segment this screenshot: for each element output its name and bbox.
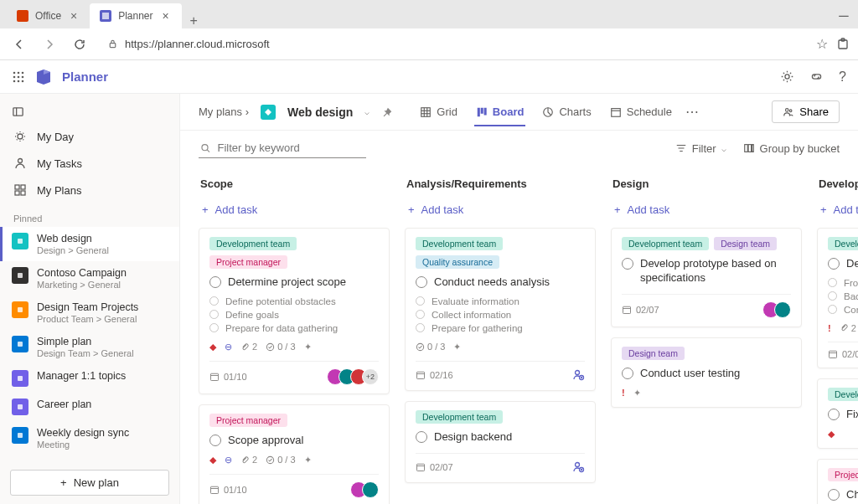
card-label[interactable]: Development team bbox=[416, 237, 503, 250]
card-label[interactable]: Development team bbox=[209, 237, 297, 250]
subtask[interactable]: Evaluate information bbox=[416, 295, 585, 308]
assignees[interactable] bbox=[768, 301, 791, 318]
add-task-button[interactable]: +Add task bbox=[817, 198, 858, 228]
assignees[interactable] bbox=[355, 481, 379, 498]
card-label[interactable]: Quality assurance bbox=[416, 255, 499, 269]
filter-input[interactable] bbox=[199, 138, 366, 158]
sidebar-collapse-icon[interactable] bbox=[0, 100, 179, 123]
card-label[interactable]: Development team bbox=[416, 410, 503, 424]
more-icon[interactable]: ⋯ bbox=[685, 104, 699, 120]
complete-circle-icon[interactable] bbox=[828, 489, 840, 501]
card-label[interactable]: Development team bbox=[828, 388, 858, 401]
task-card[interactable]: Development teamQuality assuranceConduct… bbox=[405, 228, 596, 391]
filter-button[interactable]: Filter⌵ bbox=[675, 142, 726, 155]
groupby-button[interactable]: Group by bucket bbox=[743, 142, 840, 155]
settings-icon[interactable] bbox=[780, 69, 794, 85]
subtask[interactable]: Prepare for gathering bbox=[416, 321, 585, 335]
sidebar-item-myplans[interactable]: My Plans bbox=[0, 177, 179, 203]
filter-field[interactable] bbox=[218, 141, 364, 154]
plan-name[interactable]: Web design bbox=[287, 105, 353, 119]
complete-circle-icon[interactable] bbox=[209, 296, 219, 306]
subtask[interactable]: Collect information bbox=[416, 308, 585, 321]
help-icon[interactable]: ? bbox=[839, 69, 846, 85]
complete-circle-icon[interactable] bbox=[416, 296, 425, 306]
assignees[interactable]: +2 bbox=[332, 368, 379, 385]
forward-button[interactable] bbox=[39, 33, 60, 55]
complete-circle-icon[interactable] bbox=[416, 323, 425, 332]
assign-icon[interactable] bbox=[571, 368, 585, 382]
complete-circle-icon[interactable] bbox=[416, 431, 427, 443]
complete-circle-icon[interactable] bbox=[828, 278, 837, 287]
task-card[interactable]: Development teamDesign backend02/07 bbox=[405, 401, 596, 483]
sidebar-pin-item[interactable]: Career plan bbox=[0, 393, 179, 421]
assign-icon[interactable] bbox=[571, 460, 585, 474]
card-label[interactable]: Design team bbox=[714, 237, 777, 250]
close-icon[interactable]: × bbox=[68, 10, 80, 22]
complete-circle-icon[interactable] bbox=[828, 291, 837, 301]
new-plan-button[interactable]: + New plan bbox=[10, 470, 169, 496]
card-label[interactable]: Project manager bbox=[209, 255, 287, 269]
bucket-title[interactable]: Analysis/Requirements bbox=[405, 174, 596, 198]
task-card[interactable]: Design teamConduct user testing!✦ bbox=[611, 337, 802, 408]
bucket-title[interactable]: Design bbox=[611, 174, 802, 198]
new-tab-button[interactable]: + bbox=[182, 13, 206, 28]
chevron-down-icon[interactable]: ⌵ bbox=[364, 107, 370, 116]
add-task-button[interactable]: +Add task bbox=[611, 198, 802, 228]
card-label[interactable]: Project manag bbox=[828, 468, 858, 481]
subtask[interactable]: Prepare for data gathering bbox=[209, 321, 379, 335]
complete-circle-icon[interactable] bbox=[828, 305, 837, 314]
extensions-icon[interactable] bbox=[836, 38, 850, 51]
bucket-title[interactable]: Development bbox=[817, 174, 858, 198]
subtask[interactable]: Define goals bbox=[209, 308, 379, 321]
pin-icon[interactable] bbox=[381, 106, 393, 118]
app-launcher-icon[interactable] bbox=[12, 70, 25, 84]
view-charts[interactable]: Charts bbox=[540, 105, 592, 118]
sidebar-pin-item[interactable]: Manager 1:1 topics bbox=[0, 364, 179, 393]
sidebar-pin-item[interactable]: Web designDesign > General bbox=[0, 227, 179, 261]
task-card[interactable]: Development teamDevelopFront endBack-end… bbox=[817, 228, 858, 368]
complete-circle-icon[interactable] bbox=[828, 409, 840, 420]
add-task-button[interactable]: +Add task bbox=[405, 198, 596, 228]
refresh-button[interactable] bbox=[69, 33, 90, 55]
url-field[interactable]: https://planner.cloud.microsoft bbox=[99, 38, 808, 50]
subtask[interactable]: Content in bbox=[828, 303, 858, 316]
complete-circle-icon[interactable] bbox=[209, 276, 221, 288]
minimize-icon[interactable]: ─ bbox=[830, 3, 858, 28]
sidebar-pin-item[interactable]: Design Team ProjectsProduct Team > Gener… bbox=[0, 296, 179, 330]
card-label[interactable]: Development team bbox=[622, 237, 709, 250]
task-card[interactable]: Project managerScope approval◆⊖20 / 3✦01… bbox=[199, 404, 390, 504]
complete-circle-icon[interactable] bbox=[416, 310, 425, 319]
complete-circle-icon[interactable] bbox=[209, 323, 219, 332]
add-task-button[interactable]: +Add task bbox=[199, 198, 390, 228]
link-icon[interactable] bbox=[809, 69, 824, 85]
favorite-icon[interactable]: ☆ bbox=[816, 36, 828, 52]
complete-circle-icon[interactable] bbox=[209, 310, 219, 319]
card-label[interactable]: Development team bbox=[828, 237, 858, 250]
sidebar-pin-item[interactable]: Contoso CampaignMarketing > General bbox=[0, 261, 179, 296]
complete-circle-icon[interactable] bbox=[828, 258, 840, 270]
subtask[interactable]: Front end bbox=[828, 276, 858, 290]
complete-circle-icon[interactable] bbox=[622, 368, 633, 379]
task-card[interactable]: Development teamDesign teamDevelop proto… bbox=[611, 228, 802, 327]
view-grid[interactable]: Grid bbox=[418, 105, 459, 118]
task-card[interactable]: Development teamProject managerDetermine… bbox=[199, 228, 390, 394]
task-card[interactable]: Project managCheck fo bbox=[817, 459, 858, 504]
breadcrumb[interactable]: My plans › bbox=[199, 105, 249, 118]
sidebar-item-myday[interactable]: My Day bbox=[0, 123, 179, 150]
browser-tab-office[interactable]: Office × bbox=[7, 3, 90, 28]
card-label[interactable]: Project manager bbox=[209, 414, 287, 427]
bucket-title[interactable]: Scope bbox=[199, 174, 390, 198]
card-label[interactable]: Design team bbox=[622, 347, 685, 360]
close-icon[interactable]: × bbox=[160, 10, 172, 22]
view-schedule[interactable]: Schedule bbox=[608, 105, 674, 118]
avatar-overflow[interactable]: +2 bbox=[362, 368, 379, 385]
sidebar-pin-item[interactable]: Simple planDesign Team > General bbox=[0, 330, 179, 364]
share-button[interactable]: Share bbox=[772, 100, 840, 123]
complete-circle-icon[interactable] bbox=[209, 435, 221, 446]
complete-circle-icon[interactable] bbox=[622, 258, 633, 270]
task-card[interactable]: Development teamFix bugs◆ bbox=[817, 378, 858, 449]
view-board[interactable]: Board bbox=[474, 105, 526, 126]
subtask[interactable]: Define potential obstacles bbox=[209, 295, 379, 308]
sidebar-pin-item[interactable]: Weekly design syncMeeting bbox=[0, 421, 179, 455]
subtask[interactable]: Back-end bbox=[828, 290, 858, 303]
